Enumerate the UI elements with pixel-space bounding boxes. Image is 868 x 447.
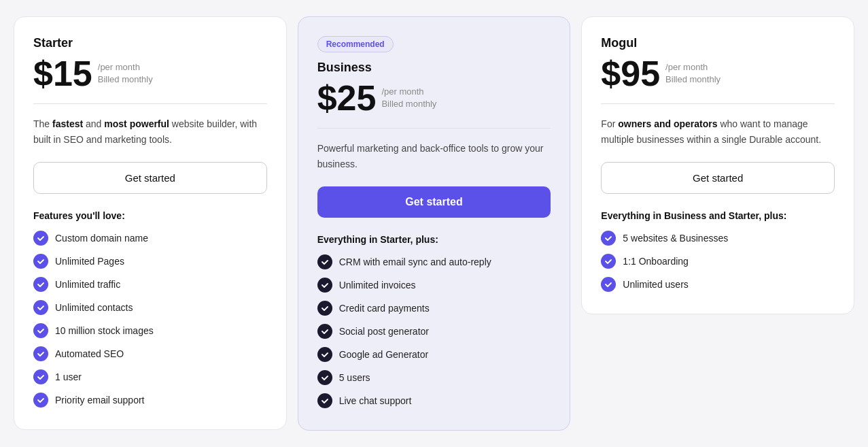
plan-description: The fastest and most powerful website bu… — [33, 116, 267, 147]
feature-list: 5 websites & Businesses 1:1 Onboarding U… — [601, 231, 835, 292]
feature-label: 10 million stock images — [55, 325, 154, 336]
plan-name: Mogul — [601, 36, 835, 50]
check-icon — [601, 277, 616, 292]
per-period: /per month — [381, 86, 436, 98]
features-title: Everything in Starter, plus: — [317, 234, 551, 245]
feature-item: 10 million stock images — [33, 323, 267, 338]
feature-label: 5 users — [339, 372, 370, 383]
feature-item: Credit card payments — [317, 301, 551, 316]
features-title: Everything in Business and Starter, plus… — [601, 210, 835, 221]
plan-card-starter: Starter $15 /per month Billed monthly Th… — [14, 16, 287, 430]
plan-card-mogul: Mogul $95 /per month Billed monthly For … — [581, 16, 854, 314]
plan-price: $95 — [601, 56, 660, 91]
feature-label: Unlimited Pages — [55, 256, 124, 267]
check-icon — [317, 254, 332, 269]
check-icon — [33, 393, 48, 408]
feature-item: Google ad Generator — [317, 347, 551, 362]
feature-item: Unlimited invoices — [317, 278, 551, 293]
plan-price-meta: /per month Billed monthly — [665, 56, 721, 86]
check-icon — [33, 300, 48, 315]
feature-item: Priority email support — [33, 393, 267, 408]
check-icon — [601, 254, 616, 269]
plan-divider — [33, 103, 267, 104]
feature-label: Unlimited invoices — [339, 280, 416, 291]
feature-item: Unlimited Pages — [33, 254, 267, 269]
plan-description: Powerful marketing and back-office tools… — [317, 141, 551, 171]
feature-label: 1 user — [55, 371, 82, 382]
plan-price-row: $15 /per month Billed monthly — [33, 56, 267, 91]
check-icon — [317, 301, 332, 316]
check-icon — [317, 393, 332, 408]
recommended-badge: Recommended — [317, 36, 394, 52]
check-icon — [317, 278, 332, 293]
feature-item: 1 user — [33, 369, 267, 384]
check-icon — [33, 369, 48, 384]
feature-label: Automated SEO — [55, 348, 124, 359]
billing-period: Billed monthly — [381, 98, 436, 110]
plan-divider — [317, 128, 551, 129]
plan-price-row: $95 /per month Billed monthly — [601, 56, 835, 91]
plan-card-business: RecommendedBusiness $25 /per month Bille… — [298, 16, 571, 431]
feature-label: 5 websites & Businesses — [623, 233, 728, 244]
check-icon — [317, 324, 332, 339]
feature-item: Social post generator — [317, 324, 551, 339]
feature-label: Google ad Generator — [339, 349, 429, 360]
feature-label: CRM with email sync and auto-reply — [339, 256, 491, 267]
plan-divider — [601, 103, 835, 104]
get-started-button[interactable]: Get started — [33, 162, 267, 194]
feature-item: Unlimited users — [601, 277, 835, 292]
feature-label: Unlimited traffic — [55, 279, 120, 290]
plan-name: Business — [317, 61, 551, 75]
feature-label: Priority email support — [55, 395, 145, 405]
feature-item: Live chat support — [317, 393, 551, 408]
per-period: /per month — [665, 61, 721, 73]
feature-item: Automated SEO — [33, 346, 267, 361]
feature-list: CRM with email sync and auto-reply Unlim… — [317, 254, 551, 408]
feature-label: Unlimited users — [623, 279, 688, 290]
feature-label: Live chat support — [339, 395, 412, 406]
feature-item: Custom domain name — [33, 231, 267, 246]
feature-label: Custom domain name — [55, 233, 148, 244]
feature-item: Unlimited traffic — [33, 277, 267, 292]
feature-item: 1:1 Onboarding — [601, 254, 835, 269]
plan-price-meta: /per month Billed monthly — [381, 80, 436, 110]
feature-label: Unlimited contacts — [55, 302, 133, 313]
plan-price: $15 — [33, 56, 92, 91]
feature-item: 5 users — [317, 370, 551, 385]
check-icon — [33, 346, 48, 361]
plan-price: $25 — [317, 80, 377, 116]
features-title: Features you'll love: — [33, 210, 267, 221]
plan-name: Starter — [33, 36, 267, 50]
plan-price-row: $25 /per month Billed monthly — [317, 80, 551, 116]
feature-label: 1:1 Onboarding — [623, 256, 689, 267]
feature-item: Unlimited contacts — [33, 300, 267, 315]
plan-price-meta: /per month Billed monthly — [98, 56, 153, 86]
billing-period: Billed monthly — [98, 73, 153, 86]
feature-item: 5 websites & Businesses — [601, 231, 835, 246]
check-icon — [601, 231, 616, 246]
feature-label: Credit card payments — [339, 303, 430, 314]
check-icon — [33, 323, 48, 338]
feature-list: Custom domain name Unlimited Pages Unlim… — [33, 231, 267, 408]
get-started-button[interactable]: Get started — [601, 162, 835, 194]
check-icon — [33, 254, 48, 269]
pricing-container: Starter $15 /per month Billed monthly Th… — [14, 16, 854, 431]
get-started-button[interactable]: Get started — [317, 186, 551, 218]
check-icon — [317, 347, 332, 362]
check-icon — [33, 231, 48, 246]
feature-label: Social post generator — [339, 326, 429, 337]
feature-item: CRM with email sync and auto-reply — [317, 254, 551, 269]
check-icon — [317, 370, 332, 385]
plan-description: For owners and operators who want to man… — [601, 116, 835, 147]
check-icon — [33, 277, 48, 292]
billing-period: Billed monthly — [665, 73, 721, 86]
per-period: /per month — [98, 61, 153, 73]
